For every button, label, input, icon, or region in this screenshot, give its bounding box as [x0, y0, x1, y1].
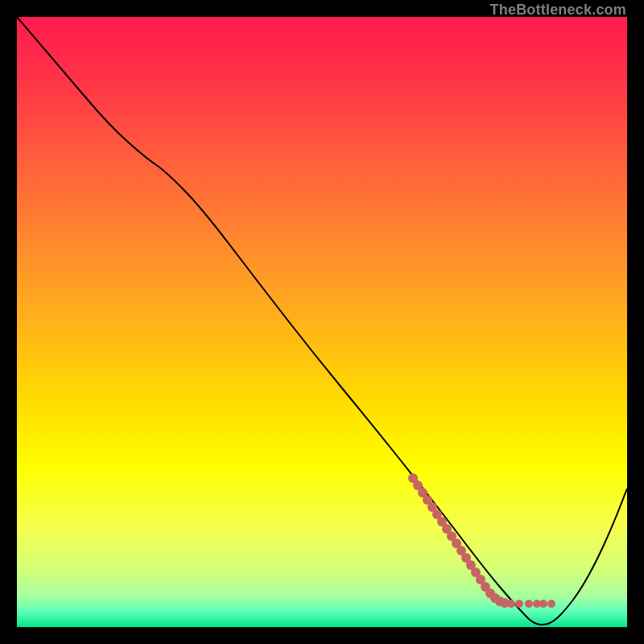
svg-point-25 [547, 600, 555, 608]
svg-point-22 [525, 600, 533, 608]
svg-point-24 [539, 600, 547, 608]
gradient-background [17, 17, 627, 627]
bottleneck-chart [17, 17, 627, 627]
watermark-text: TheBottleneck.com [490, 2, 626, 19]
svg-point-21 [515, 600, 523, 608]
svg-point-20 [507, 600, 515, 608]
